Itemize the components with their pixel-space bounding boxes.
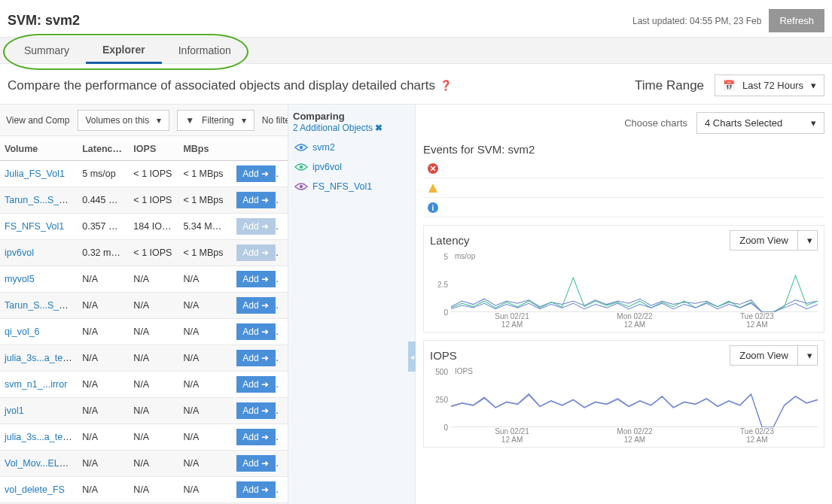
table-row: julia_3s...a_test1N/AN/AN/AAdd ➜ — [0, 424, 288, 451]
cell-iops: N/A — [129, 398, 178, 424]
add-button[interactable]: Add ➜ — [236, 297, 276, 314]
event-row-warning — [423, 178, 824, 198]
x-tick: Tue 02/2312 AM — [740, 312, 774, 329]
comparing-title: Comparing — [293, 111, 410, 122]
volume-link[interactable]: Tarun_S...S_Vol1 — [5, 195, 78, 205]
comparing-pane: Comparing 2 Additional Objects ✖ svm2ipv… — [288, 105, 416, 504]
clear-comparing-icon[interactable]: ✖ — [375, 123, 382, 133]
cell-latency: N/A — [78, 424, 129, 451]
table-row: Tarun_S...S_Vol10.445 ms/o< 1 IOPS< 1 MB… — [0, 187, 288, 214]
tab-summary[interactable]: Summary — [8, 38, 86, 64]
add-button[interactable]: Add ➜ — [236, 165, 276, 182]
cell-iops: 184 IOPS — [129, 214, 178, 240]
table-row: myvol5N/AN/AN/AAdd ➜ — [0, 266, 288, 293]
collapse-handle[interactable]: ◂ — [408, 342, 416, 372]
comparing-item[interactable]: ipv6vol — [293, 157, 410, 177]
cell-mbps: N/A — [178, 266, 231, 293]
cell-latency: N/A — [78, 451, 129, 477]
cell-mbps: N/A — [178, 424, 231, 451]
caret-down-icon: ▾ — [157, 115, 161, 126]
volume-link[interactable]: julia_3s...a_test1 — [5, 432, 75, 442]
x-tick: Sun 02/2112 AM — [495, 427, 529, 444]
cell-mbps: N/A — [178, 372, 231, 398]
table-row: Julia_FS_Vol15 ms/op< 1 IOPS< 1 MBpsAdd … — [0, 161, 288, 187]
event-row-info: i — [423, 198, 824, 217]
volume-link[interactable]: svm_n1_...irror — [5, 379, 67, 390]
tab-explorer[interactable]: Explorer — [86, 38, 162, 64]
col-volume[interactable]: Volume — [0, 136, 78, 161]
add-button[interactable]: Add ➜ — [236, 429, 276, 445]
cell-latency: N/A — [78, 266, 129, 293]
cell-mbps: < 1 MBps — [178, 240, 231, 266]
col-mbps[interactable]: MBps — [178, 136, 231, 161]
tabs: Summary Explorer Information — [0, 37, 832, 64]
cell-mbps: N/A — [178, 398, 231, 424]
svg-marker-4 — [428, 184, 437, 193]
charts-pane: Choose charts 4 Charts Selected▾ Events … — [416, 105, 832, 504]
comparing-item[interactable]: FS_NFS_Vol1 — [293, 177, 410, 196]
volume-link[interactable]: jvol1 — [5, 405, 24, 416]
chart-title: Latency — [430, 234, 470, 247]
info-icon: i — [428, 202, 438, 213]
cell-latency: N/A — [78, 477, 129, 503]
add-button[interactable]: Add ➜ — [236, 376, 276, 393]
zoom-view-button[interactable]: Zoom View▾ — [730, 345, 818, 366]
filtering-dropdown[interactable]: ▼ Filtering▾ — [177, 110, 254, 131]
events-title: Events for SVM: svm2 — [423, 143, 824, 156]
cell-iops: N/A — [129, 345, 178, 372]
cell-mbps: N/A — [178, 477, 231, 503]
help-icon[interactable]: ❓ — [440, 80, 452, 91]
visibility-eye-icon[interactable] — [294, 143, 308, 152]
comparing-subtitle: 2 Additional Objects ✖ — [293, 123, 410, 133]
volume-link[interactable]: vol_delete_FS — [5, 484, 65, 495]
table-row: julia_3s...a_test3N/AN/AN/AAdd ➜ — [0, 345, 288, 372]
add-button[interactable]: Add ➜ — [236, 192, 276, 208]
volume-link[interactable]: qi_vol_6 — [5, 326, 40, 337]
add-button[interactable]: Add ➜ — [236, 350, 276, 366]
add-button[interactable]: Add ➜ — [236, 323, 276, 340]
caret-down-icon: ▾ — [811, 80, 816, 91]
time-range-label: Time Range — [635, 78, 704, 93]
add-button[interactable]: Add ➜ — [236, 402, 276, 419]
cell-iops: N/A — [129, 477, 178, 503]
add-button[interactable]: Add ➜ — [236, 481, 276, 498]
tab-information[interactable]: Information — [162, 38, 248, 64]
cell-latency: N/A — [78, 398, 129, 424]
col-latency[interactable]: Latency ↓≡ — [78, 136, 129, 161]
caret-down-icon[interactable]: ▾ — [797, 231, 817, 250]
volume-link[interactable]: myvol5 — [5, 274, 35, 284]
object-table-pane: View and Comp Volumes on this▾ ▼ Filteri… — [0, 105, 288, 504]
warning-icon — [428, 183, 438, 193]
cell-iops: N/A — [129, 451, 178, 477]
add-button[interactable]: Add ➜ — [236, 271, 276, 287]
add-button[interactable]: Add ➜ — [236, 455, 276, 472]
event-row-critical — [423, 159, 824, 178]
caret-down-icon[interactable]: ▾ — [797, 346, 817, 365]
cell-latency: N/A — [78, 293, 129, 319]
cell-iops: N/A — [129, 372, 178, 398]
refresh-button[interactable]: Refresh — [769, 9, 824, 32]
add-button: Add ➜ — [236, 218, 276, 235]
volume-link[interactable]: ipv6vol — [5, 247, 34, 258]
choose-charts-dropdown[interactable]: 4 Charts Selected▾ — [696, 112, 824, 134]
critical-icon — [428, 163, 438, 174]
volume-link[interactable]: julia_3s...a_test3 — [5, 353, 75, 363]
visibility-eye-icon[interactable] — [294, 162, 308, 172]
chart-panel: LatencyZoom View▾ms/op02.55Sun 02/2112 A… — [423, 225, 824, 332]
volumes-table: Volume Latency ↓≡ IOPS MBps Julia_FS_Vol… — [0, 136, 288, 504]
volume-link[interactable]: Tarun_S...S_Vol2 — [5, 300, 78, 311]
volume-link[interactable]: FS_NFS_Vol1 — [5, 221, 64, 232]
time-range-dropdown[interactable]: 📅 Last 72 Hours ▾ — [715, 74, 824, 96]
view-compare-dropdown[interactable]: Volumes on this▾ — [78, 110, 170, 131]
volume-link[interactable]: Julia_FS_Vol1 — [5, 169, 65, 179]
visibility-eye-icon[interactable] — [294, 182, 308, 191]
volume-link[interactable]: Vol_Mov...ELETE — [5, 458, 78, 469]
col-iops[interactable]: IOPS — [129, 136, 178, 161]
cell-latency: 0.357 ms/o — [78, 214, 129, 240]
cell-latency: 5 ms/op — [78, 161, 129, 187]
comparing-item[interactable]: svm2 — [293, 138, 410, 157]
table-row: Tarun_S...S_Vol2N/AN/AN/AAdd ➜ — [0, 293, 288, 319]
cell-mbps: N/A — [178, 293, 231, 319]
zoom-view-button[interactable]: Zoom View▾ — [730, 230, 818, 250]
cell-mbps: < 1 MBps — [178, 187, 231, 214]
